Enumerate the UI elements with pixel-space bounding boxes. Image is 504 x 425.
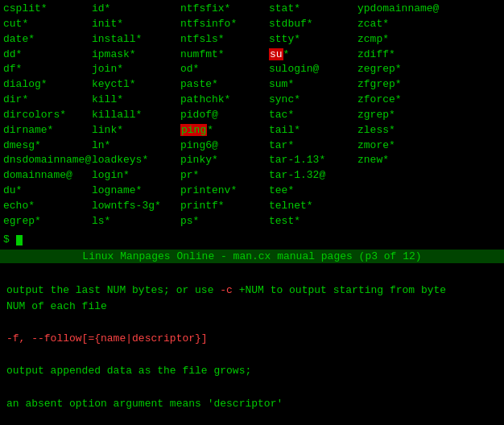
cmd: su* [269, 47, 357, 63]
ping-highlight: ping [180, 124, 207, 136]
cmd: pathchk* [180, 93, 269, 108]
cmd: dialog* [3, 77, 92, 93]
cmd: df* [3, 62, 92, 77]
cmd: ntfsinfo* [180, 17, 269, 32]
cmd: dmesg* [3, 138, 92, 154]
manpage-line [6, 347, 498, 363]
cmd: link* [92, 123, 180, 138]
cmd: zdiff* [357, 47, 446, 63]
cmd: tar-1.32@ [269, 168, 357, 184]
cmd: ping* [180, 123, 269, 138]
cmd: install* [92, 32, 180, 47]
cmd: zforce* [357, 93, 446, 108]
cmd: dnsdomainname@ [3, 153, 92, 168]
cmd: znew* [357, 153, 446, 168]
cmd: od* [180, 62, 269, 77]
manpage-line: output the last NUM bytes; or use -c +NU… [6, 283, 498, 299]
terminal: csplit* cut* date* dd* df* dialog* dir* … [0, 0, 504, 425]
col-2: id* init* install* ipmask* join* keyctl*… [92, 2, 180, 229]
manpage-line-flag: -f, --follow[={name|descriptor}] [6, 331, 498, 347]
cmd: tar-1.13* [269, 153, 357, 168]
cmd: ypdomainname@ [357, 2, 446, 17]
cursor [16, 235, 23, 246]
cmd: ps* [180, 214, 269, 229]
cmd: domainname@ [3, 168, 92, 184]
cmd: cut* [3, 17, 92, 32]
cmd: stat* [269, 2, 357, 17]
cmd: ping6@ [180, 138, 269, 154]
cmd: ln* [92, 138, 180, 154]
cmd: tac* [269, 108, 357, 123]
cmd: egrep* [3, 214, 92, 229]
flag-f: -f, --follow[={name|descriptor}] [6, 332, 208, 345]
cmd: loadkeys* [92, 153, 180, 168]
cmd: sum* [269, 77, 357, 93]
cmd: printenv* [180, 184, 269, 199]
cmd: test* [269, 214, 357, 229]
cmd: dir* [3, 93, 92, 108]
cmd: ntfsls* [180, 32, 269, 47]
cmd: zfgrep* [357, 77, 446, 93]
su-highlight: su [269, 48, 283, 60]
cmd: dircolors* [3, 108, 92, 123]
cmd: printf* [180, 199, 269, 214]
cmd: stty* [269, 32, 357, 47]
cmd: stdbuf* [269, 17, 357, 32]
cmd: telnet* [269, 199, 357, 214]
cmd: tar* [269, 138, 357, 154]
cmd: csplit* [3, 2, 92, 17]
cmd: init* [92, 17, 180, 32]
flag-c: -c [220, 284, 233, 296]
cmd: zless* [357, 123, 446, 138]
cmd: sulogin@ [269, 62, 357, 77]
cmd: paste* [180, 77, 269, 93]
cmd: echo* [3, 199, 92, 214]
cmd: date* [3, 32, 92, 47]
cmd: zcmp* [357, 32, 446, 47]
cmd: ipmask* [92, 47, 180, 63]
col-1: csplit* cut* date* dd* df* dialog* dir* … [3, 2, 92, 229]
col-3: ntfsfix* ntfsinfo* ntfsls* numfmt* od* p… [180, 2, 269, 229]
cmd: lowntfs-3g* [92, 199, 180, 214]
manpage-line: an absent option argument means 'descrip… [6, 396, 498, 412]
cmd: zmore* [357, 138, 446, 154]
prompt-line: $ [0, 231, 504, 250]
cmd: pidof@ [180, 108, 269, 123]
cmd: zegrep* [357, 62, 446, 77]
cmd: zgrep* [357, 108, 446, 123]
manpage-line [6, 266, 498, 283]
manpage-line [6, 412, 498, 425]
manpage-content: output the last NUM bytes; or use -c +NU… [0, 263, 504, 426]
cmd: login* [92, 168, 180, 184]
cmd: pr* [180, 168, 269, 184]
cmd: ls* [92, 214, 180, 229]
cmd: du* [3, 184, 92, 199]
col-4: stat* stdbuf* stty* su* sulogin@ sum* sy… [269, 2, 357, 229]
cmd: pinky* [180, 153, 269, 168]
col-5: ypdomainname@ zcat* zcmp* zdiff* zegrep*… [357, 2, 446, 229]
cmd: id* [92, 2, 180, 17]
cmd: tee* [269, 184, 357, 199]
cmd: zcat* [357, 17, 446, 32]
manpage-header: Linux Manpages Online - man.cx manual pa… [0, 250, 504, 263]
cmd: killall* [92, 108, 180, 123]
command-columns: csplit* cut* date* dd* df* dialog* dir* … [0, 0, 504, 231]
cmd: numfmt* [180, 47, 269, 63]
cmd: sync* [269, 93, 357, 108]
cmd: kill* [92, 93, 180, 108]
prompt-symbol: $ [3, 233, 16, 246]
cmd: join* [92, 62, 180, 77]
manpage-line: NUM of each file [6, 299, 498, 315]
manpage-line [6, 315, 498, 331]
cmd: logname* [92, 184, 180, 199]
cmd: ntfsfix* [180, 2, 269, 17]
cmd: dd* [3, 47, 92, 63]
cmd: keyctl* [92, 77, 180, 93]
cmd: dirname* [3, 123, 92, 138]
manpage-line: output appended data as the file grows; [6, 363, 498, 379]
manpage-line [6, 379, 498, 395]
cmd: tail* [269, 123, 357, 138]
